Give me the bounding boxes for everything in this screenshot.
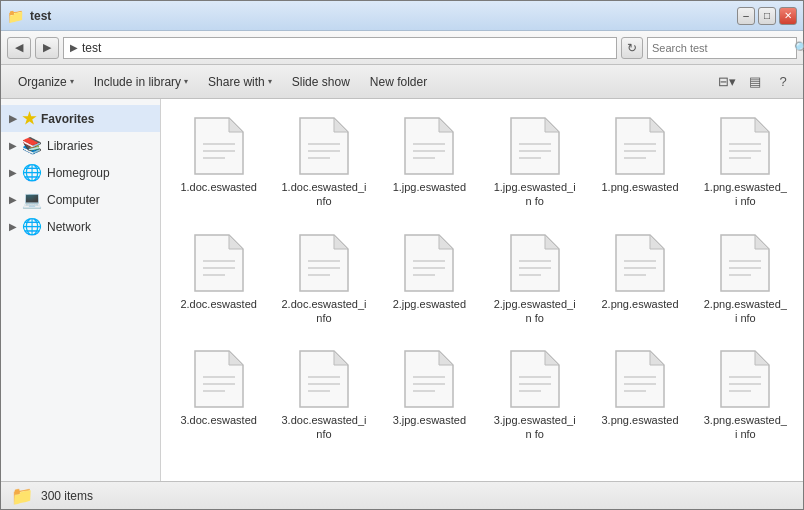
search-box[interactable]: 🔍 — [647, 37, 797, 59]
file-name: 2.png.eswasted_i nfo — [703, 297, 788, 326]
sidebar-item-favorites[interactable]: ▶ ★ Favorites — [1, 105, 160, 132]
homegroup-expand-arrow: ▶ — [9, 167, 17, 178]
organize-dropdown-arrow: ▾ — [70, 77, 74, 86]
sidebar-item-libraries[interactable]: ▶ 📚 Libraries — [1, 132, 160, 159]
file-item[interactable]: 1.doc.eswasted_i nfo — [276, 109, 371, 216]
svg-marker-26 — [755, 118, 769, 132]
refresh-button[interactable]: ↻ — [621, 37, 643, 59]
forward-button[interactable]: ▶ — [35, 37, 59, 59]
file-item[interactable]: 3.jpg.eswasted_in fo — [487, 342, 582, 449]
address-field[interactable]: ▶ test — [63, 37, 617, 59]
favorites-expand-arrow: ▶ — [9, 113, 17, 124]
status-folder-icon: 📁 — [11, 485, 33, 507]
share-dropdown-arrow: ▾ — [268, 77, 272, 86]
svg-marker-61 — [229, 351, 243, 365]
sidebar-libraries-label: Libraries — [47, 139, 93, 153]
include-in-library-button[interactable]: Include in library ▾ — [85, 69, 197, 95]
svg-marker-76 — [545, 351, 559, 365]
main-area: ▶ ★ Favorites ▶ 📚 Libraries ▶ 🌐 Homegrou… — [1, 99, 803, 481]
favorites-star-icon: ★ — [22, 109, 36, 128]
homegroup-icon: 🌐 — [22, 163, 42, 182]
file-item[interactable]: 2.jpg.eswasted — [382, 226, 477, 333]
share-with-button[interactable]: Share with ▾ — [199, 69, 281, 95]
file-item[interactable]: 3.png.eswasted_i nfo — [698, 342, 793, 449]
status-count: 300 items — [41, 489, 93, 503]
include-in-library-label: Include in library — [94, 75, 181, 89]
toolbar: Organize ▾ Include in library ▾ Share wi… — [1, 65, 803, 99]
file-name: 3.doc.eswasted_i nfo — [281, 413, 366, 442]
minimize-button[interactable]: – — [737, 7, 755, 25]
svg-marker-81 — [650, 351, 664, 365]
details-icon: ▤ — [749, 74, 761, 89]
slide-show-label: Slide show — [292, 75, 350, 89]
file-item[interactable]: 3.png.eswasted — [592, 342, 687, 449]
sidebar-homegroup-label: Homegroup — [47, 166, 110, 180]
maximize-button[interactable]: □ — [758, 7, 776, 25]
svg-marker-46 — [545, 235, 559, 249]
file-item[interactable]: 2.doc.eswasted_i nfo — [276, 226, 371, 333]
file-icon — [193, 233, 245, 293]
search-input[interactable] — [652, 42, 790, 54]
file-item[interactable]: 1.png.eswasted — [592, 109, 687, 216]
file-name: 2.jpg.eswasted — [393, 297, 466, 311]
file-item[interactable]: 1.jpg.eswasted — [382, 109, 477, 216]
svg-marker-21 — [650, 118, 664, 132]
sidebar-network-label: Network — [47, 220, 91, 234]
svg-marker-16 — [545, 118, 559, 132]
file-name: 1.png.eswasted_i nfo — [703, 180, 788, 209]
file-icon — [719, 233, 771, 293]
address-path: test — [82, 41, 101, 55]
file-name: 3.doc.eswasted — [180, 413, 256, 427]
title-bar-left: 📁 test — [7, 8, 51, 24]
window-controls: – □ ✕ — [737, 7, 797, 25]
path-arrow: ▶ — [70, 42, 78, 53]
file-icon — [719, 349, 771, 409]
window-title: test — [30, 9, 51, 23]
svg-marker-51 — [650, 235, 664, 249]
change-view-button[interactable]: ⊟ ▾ — [715, 70, 739, 94]
sidebar-computer-label: Computer — [47, 193, 100, 207]
help-icon: ? — [779, 74, 786, 89]
file-icon — [193, 116, 245, 176]
file-name: 3.jpg.eswasted_in fo — [492, 413, 577, 442]
file-name: 1.jpg.eswasted_in fo — [492, 180, 577, 209]
sidebar-item-network[interactable]: ▶ 🌐 Network — [1, 213, 160, 240]
file-item[interactable]: 2.jpg.eswasted_in fo — [487, 226, 582, 333]
view-dropdown-arrow: ▾ — [729, 74, 736, 89]
file-item[interactable]: 1.png.eswasted_i nfo — [698, 109, 793, 216]
sidebar-item-homegroup[interactable]: ▶ 🌐 Homegroup — [1, 159, 160, 186]
file-item[interactable]: 2.png.eswasted — [592, 226, 687, 333]
svg-marker-71 — [439, 351, 453, 365]
svg-marker-31 — [229, 235, 243, 249]
file-item[interactable]: 1.doc.eswasted — [171, 109, 266, 216]
network-expand-arrow: ▶ — [9, 221, 17, 232]
file-icon — [298, 349, 350, 409]
file-icon — [509, 233, 561, 293]
file-icon — [509, 116, 561, 176]
file-item[interactable]: 2.png.eswasted_i nfo — [698, 226, 793, 333]
file-item[interactable]: 2.doc.eswasted — [171, 226, 266, 333]
file-name: 1.png.eswasted — [601, 180, 678, 194]
close-button[interactable]: ✕ — [779, 7, 797, 25]
file-item[interactable]: 1.jpg.eswasted_in fo — [487, 109, 582, 216]
file-icon — [509, 349, 561, 409]
details-view-button[interactable]: ▤ — [743, 70, 767, 94]
file-item[interactable]: 3.doc.eswasted_i nfo — [276, 342, 371, 449]
window-icon: 📁 — [7, 8, 24, 24]
file-item[interactable]: 3.jpg.eswasted — [382, 342, 477, 449]
help-button[interactable]: ? — [771, 70, 795, 94]
explorer-window: 📁 test – □ ✕ ◀ ▶ ▶ test ↻ 🔍 Organize ▾ I… — [0, 0, 804, 510]
file-name: 2.doc.eswasted — [180, 297, 256, 311]
new-folder-label: New folder — [370, 75, 427, 89]
back-button[interactable]: ◀ — [7, 37, 31, 59]
slide-show-button[interactable]: Slide show — [283, 69, 359, 95]
svg-marker-6 — [334, 118, 348, 132]
file-icon — [403, 116, 455, 176]
new-folder-button[interactable]: New folder — [361, 69, 436, 95]
sidebar-item-computer[interactable]: ▶ 💻 Computer — [1, 186, 160, 213]
svg-marker-41 — [439, 235, 453, 249]
organize-button[interactable]: Organize ▾ — [9, 69, 83, 95]
file-name: 1.doc.eswasted_i nfo — [281, 180, 366, 209]
svg-marker-1 — [229, 118, 243, 132]
file-item[interactable]: 3.doc.eswasted — [171, 342, 266, 449]
